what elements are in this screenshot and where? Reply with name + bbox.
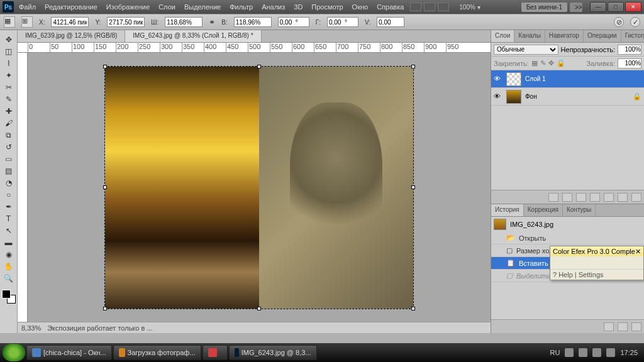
menu-select[interactable]: Выделение: [184, 3, 221, 11]
transform-handle[interactable]: [411, 65, 415, 69]
foreground-color[interactable]: [2, 290, 11, 299]
gradient-tool[interactable]: ▤: [2, 165, 16, 176]
lock-all-icon[interactable]: 🔒: [557, 59, 565, 67]
popup-close-icon[interactable]: ✕: [635, 248, 641, 256]
hskew-input[interactable]: [327, 17, 358, 27]
taskbar-item[interactable]: [chica-chica] - Окн...: [26, 345, 112, 360]
snapshot-icon[interactable]: [618, 322, 628, 331]
plugin-popup[interactable]: Color Efex Pro 3.0 Comple✕ ? Help | Sett…: [550, 246, 644, 280]
close-button[interactable]: ✕: [625, 2, 641, 12]
commit-transform-button[interactable]: ✓: [630, 17, 640, 27]
transform-handle[interactable]: [103, 185, 107, 189]
eyedropper-tool[interactable]: ✎: [2, 94, 16, 104]
height-input[interactable]: [234, 17, 272, 27]
taskbar-item[interactable]: Загрузка фотограф...: [113, 345, 201, 360]
transform-selection[interactable]: [104, 66, 414, 309]
transform-handle[interactable]: [411, 185, 415, 189]
minimize-button[interactable]: —: [590, 2, 606, 12]
language-indicator[interactable]: RU: [550, 349, 560, 356]
tab-actions[interactable]: Операции: [584, 30, 621, 42]
tray-icon[interactable]: [606, 348, 615, 357]
heal-tool[interactable]: ✚: [2, 106, 16, 116]
vskew-input[interactable]: [377, 17, 404, 27]
reference-point-icon[interactable]: ⊞: [21, 16, 33, 28]
trash-icon[interactable]: [631, 322, 641, 331]
visibility-icon[interactable]: 👁: [494, 92, 502, 101]
layout-icon[interactable]: [438, 3, 449, 11]
tab-histogram[interactable]: Гистограм: [621, 30, 644, 42]
new-layer-icon[interactable]: [618, 193, 628, 202]
zoom-tool[interactable]: 🔍: [2, 273, 16, 283]
layout-icon[interactable]: [410, 3, 421, 11]
taskbar-item[interactable]: [203, 345, 228, 360]
angle-input[interactable]: [278, 17, 309, 27]
history-brush-tool[interactable]: ↺: [2, 141, 16, 152]
document-tab-active[interactable]: IMG_6243.jpg @ 8,33% (Слой 1, RGB/8) *: [125, 30, 261, 42]
menu-3d[interactable]: 3D: [294, 3, 303, 11]
eraser-tool[interactable]: ▭: [2, 153, 16, 164]
popup-settings[interactable]: Settings: [579, 271, 604, 278]
menu-analysis[interactable]: Анализ: [262, 3, 285, 11]
clock[interactable]: 17:25: [620, 349, 638, 356]
cancel-transform-button[interactable]: ⊘: [614, 17, 624, 27]
blend-mode-select[interactable]: Обычные: [494, 45, 558, 55]
transform-handle[interactable]: [103, 65, 107, 69]
tab-navigator[interactable]: Навигатор: [545, 30, 584, 42]
lock-brush-icon[interactable]: ✎: [540, 59, 546, 67]
maximize-button[interactable]: □: [608, 2, 624, 12]
layer-row[interactable]: 👁 Фон 🔒: [491, 88, 644, 106]
history-step[interactable]: 📂Открыть: [491, 232, 644, 244]
stamp-tool[interactable]: ⧉: [2, 129, 16, 140]
menu-help[interactable]: Справка: [377, 3, 404, 11]
tab-history[interactable]: История: [491, 204, 524, 216]
tab-layers[interactable]: Слои: [491, 30, 514, 42]
pen-tool[interactable]: ✒: [2, 201, 16, 212]
adjustment-icon[interactable]: [590, 193, 600, 202]
tab-channels[interactable]: Каналы: [514, 30, 545, 42]
link-icon[interactable]: ⚭: [209, 18, 215, 26]
tray-icon[interactable]: [592, 348, 601, 357]
taskbar-item[interactable]: IMG_6243.jpg @ 8,3...: [229, 345, 317, 360]
lasso-tool[interactable]: ⌇: [2, 58, 16, 69]
tab-adjustments[interactable]: Коррекция: [524, 204, 563, 216]
y-input[interactable]: [107, 17, 145, 27]
transform-handle[interactable]: [103, 307, 107, 310]
visibility-icon[interactable]: 👁: [494, 75, 502, 84]
path-tool[interactable]: ↖: [2, 225, 16, 236]
blur-tool[interactable]: ◔: [2, 177, 16, 188]
menu-layer[interactable]: Слои: [158, 3, 175, 11]
hand-tool[interactable]: ✋: [2, 261, 16, 272]
transform-icon[interactable]: ▦: [4, 16, 15, 28]
opacity-input[interactable]: [618, 45, 641, 55]
layer-row[interactable]: 👁 Слой 1: [491, 70, 644, 88]
tray-icon[interactable]: [565, 348, 574, 357]
menu-image[interactable]: Изображение: [106, 3, 150, 11]
start-button[interactable]: [3, 344, 25, 361]
brush-tool[interactable]: 🖌: [2, 118, 16, 128]
transform-handle[interactable]: [257, 307, 261, 310]
fx-icon[interactable]: [562, 193, 572, 202]
status-zoom[interactable]: 8,33%: [21, 324, 41, 332]
history-snapshot[interactable]: IMG_6243.jpg: [491, 217, 644, 232]
x-input[interactable]: [51, 17, 89, 27]
shape-tool[interactable]: ▬: [2, 237, 16, 248]
tray-icon[interactable]: [579, 348, 587, 357]
workspace-more[interactable]: >>: [570, 3, 582, 12]
mask-icon[interactable]: [576, 193, 586, 202]
layout-icon[interactable]: [424, 3, 435, 11]
color-swatch[interactable]: [2, 290, 16, 304]
3d-tool[interactable]: ◉: [2, 249, 16, 260]
canvas[interactable]: [28, 53, 491, 322]
transform-handle[interactable]: [257, 65, 261, 69]
wand-tool[interactable]: ✦: [2, 70, 16, 80]
workspace-name[interactable]: Без имени-1: [521, 3, 567, 12]
trash-icon[interactable]: [631, 193, 641, 202]
marquee-tool[interactable]: ◫: [2, 46, 16, 57]
document-tab[interactable]: IMG_6239.jpg @ 12,5% (RGB/8): [18, 30, 125, 42]
lock-move-icon[interactable]: ✥: [548, 59, 554, 67]
width-input[interactable]: [165, 17, 203, 27]
menu-filter[interactable]: Фильтр: [230, 3, 253, 11]
menu-view[interactable]: Просмотр: [311, 3, 343, 11]
group-icon[interactable]: [604, 193, 614, 202]
menu-file[interactable]: Файл: [19, 3, 36, 11]
